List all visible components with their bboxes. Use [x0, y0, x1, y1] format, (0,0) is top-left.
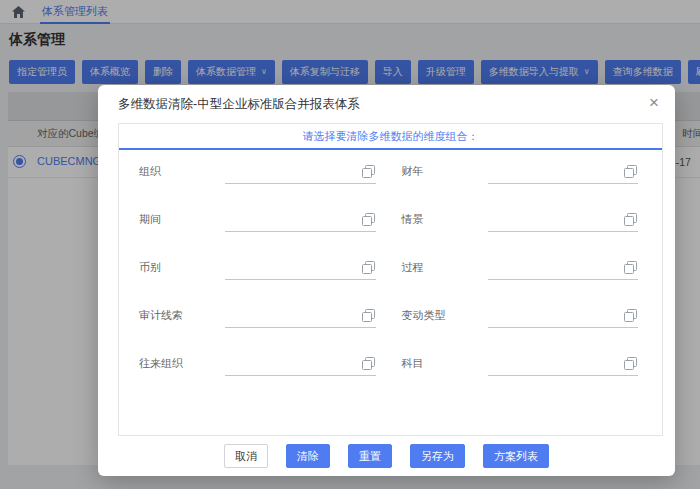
currency-input[interactable]: [225, 258, 376, 280]
field-period: 期间: [139, 210, 376, 232]
field-label: 情景: [402, 212, 488, 232]
panel-heading: 请选择要清除多维数据的维度组合：: [119, 124, 662, 150]
fiscal-year-input[interactable]: [488, 162, 639, 184]
field-account: 科目: [402, 354, 639, 376]
field-label: 财年: [402, 164, 488, 184]
field-audit-trail: 审计线索: [139, 306, 376, 328]
lookup-icon[interactable]: [624, 357, 637, 370]
field-label: 期间: [139, 212, 225, 232]
lookup-icon[interactable]: [624, 165, 637, 178]
change-type-input[interactable]: [488, 306, 639, 328]
lookup-icon[interactable]: [624, 261, 637, 274]
scheme-list-button[interactable]: 方案列表: [483, 444, 549, 468]
lookup-icon[interactable]: [362, 261, 375, 274]
field-label: 往来组织: [139, 356, 225, 376]
field-label: 币别: [139, 260, 225, 280]
field-label: 审计线索: [139, 308, 225, 328]
dimension-fields-grid: 组织 财年 期间 情景: [119, 150, 662, 376]
audit-trail-input[interactable]: [225, 306, 376, 328]
field-label: 过程: [402, 260, 488, 280]
period-input[interactable]: [225, 210, 376, 232]
dialog-title: 多维数据清除-中型企业标准版合并报表体系: [118, 96, 360, 113]
field-label: 变动类型: [402, 308, 488, 328]
field-counterparty-org: 往来组织: [139, 354, 376, 376]
field-change-type: 变动类型: [402, 306, 639, 328]
field-organization: 组织: [139, 162, 376, 184]
reset-button[interactable]: 重置: [348, 444, 392, 468]
lookup-icon[interactable]: [362, 309, 375, 322]
dimension-combo-panel: 请选择要清除多维数据的维度组合： 组织 财年 期间: [118, 123, 663, 436]
save-as-button[interactable]: 另存为: [410, 444, 465, 468]
lookup-icon[interactable]: [362, 165, 375, 178]
field-label: 科目: [402, 356, 488, 376]
field-process: 过程: [402, 258, 639, 280]
lookup-icon[interactable]: [624, 213, 637, 226]
lookup-icon[interactable]: [624, 309, 637, 322]
field-currency: 币别: [139, 258, 376, 280]
lookup-icon[interactable]: [362, 213, 375, 226]
clear-button[interactable]: 清除: [286, 444, 330, 468]
field-scenario: 情景: [402, 210, 639, 232]
cancel-button[interactable]: 取消: [224, 444, 268, 468]
lookup-icon[interactable]: [362, 357, 375, 370]
dialog-footer: 取消 清除 重置 另存为 方案列表: [98, 436, 675, 476]
counterparty-org-input[interactable]: [225, 354, 376, 376]
account-input[interactable]: [488, 354, 639, 376]
close-icon[interactable]: ×: [647, 92, 661, 113]
clear-multidim-data-dialog: 多维数据清除-中型企业标准版合并报表体系 × 请选择要清除多维数据的维度组合： …: [98, 85, 675, 476]
field-fiscal-year: 财年: [402, 162, 639, 184]
field-label: 组织: [139, 164, 225, 184]
scenario-input[interactable]: [488, 210, 639, 232]
organization-input[interactable]: [225, 162, 376, 184]
process-input[interactable]: [488, 258, 639, 280]
